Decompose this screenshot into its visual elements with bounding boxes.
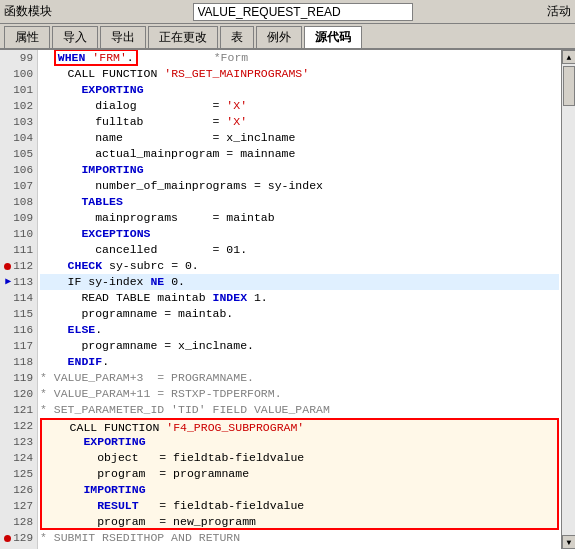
line-num-text: 102: [13, 98, 33, 114]
line-num-text: 122: [13, 418, 33, 434]
tab-changing[interactable]: 正在更改: [148, 26, 218, 48]
code-line-109: mainprograms = maintab: [40, 210, 559, 226]
code-line-120: * VALUE_PARAM+11 = RSTXP-TDPERFORM.: [40, 386, 559, 402]
line-num-text: 101: [13, 82, 33, 98]
code-line-125: program = programname: [40, 466, 559, 482]
line-number-105: 105: [0, 146, 37, 162]
line-number-129: 129: [0, 530, 37, 546]
line-number-121: 121: [0, 402, 37, 418]
line-number-112: 112: [0, 258, 37, 274]
line-number-124: 124: [0, 450, 37, 466]
breakpoint-dot: [4, 263, 11, 270]
code-line-99: WHEN 'FRM'. *Form: [40, 50, 559, 66]
scroll-up-btn[interactable]: ▲: [562, 50, 575, 64]
line-num-text: 125: [13, 466, 33, 482]
title-input[interactable]: [193, 3, 413, 21]
line-number-128: 128: [0, 514, 37, 530]
tab-export[interactable]: 导出: [100, 26, 146, 48]
line-num-text: 107: [13, 178, 33, 194]
code-line-105: actual_mainprogram = mainname: [40, 146, 559, 162]
line-num-text: 114: [13, 290, 33, 306]
tab-source[interactable]: 源代码: [304, 26, 362, 48]
line-num-text: 106: [13, 162, 33, 178]
code-line-113: IF sy-index NE 0.: [40, 274, 559, 290]
line-num-text: 127: [13, 498, 33, 514]
line-number-113: ▶113: [0, 274, 37, 290]
code-line-127: RESULT = fieldtab-fieldvalue: [40, 498, 559, 514]
line-number-106: 106: [0, 162, 37, 178]
code-line-110: EXCEPTIONS: [40, 226, 559, 242]
line-number-116: 116: [0, 322, 37, 338]
scroll-down-btn[interactable]: ▼: [562, 535, 575, 549]
code-line-107: number_of_mainprograms = sy-index: [40, 178, 559, 194]
code-line-117: programname = x_inclname.: [40, 338, 559, 354]
line-num-text: 104: [13, 130, 33, 146]
tab-exceptions[interactable]: 例外: [256, 26, 302, 48]
line-num-text: 99: [20, 50, 33, 66]
code-line-100: CALL FUNCTION 'RS_GET_MAINPROGRAMS': [40, 66, 559, 82]
code-line-111: cancelled = 01.: [40, 242, 559, 258]
tab-import[interactable]: 导入: [52, 26, 98, 48]
code-line-126: IMPORTING: [40, 482, 559, 498]
line-number-108: 108: [0, 194, 37, 210]
line-number-120: 120: [0, 386, 37, 402]
line-number-118: 118: [0, 354, 37, 370]
code-line-129: * SUBMIT RSEDITHOP AND RETURN: [40, 530, 559, 546]
code-line-106: IMPORTING: [40, 162, 559, 178]
code-line-128: program = new_programm: [40, 514, 559, 530]
line-num-text: 110: [13, 226, 33, 242]
code-area: 9910010110210310410510610710810911011111…: [0, 50, 575, 549]
line-numbers: 9910010110210310410510610710810911011111…: [0, 50, 38, 549]
line-number-104: 104: [0, 130, 37, 146]
execution-arrow: ▶: [5, 274, 11, 290]
top-bar: 函数模块 活动: [0, 0, 575, 24]
code-line-116: ELSE.: [40, 322, 559, 338]
line-num-text: 103: [13, 114, 33, 130]
line-number-126: 126: [0, 482, 37, 498]
code-line-112: CHECK sy-subrc = 0.: [40, 258, 559, 274]
code-line-122: CALL FUNCTION 'F4_PROG_SUBPROGRAM': [40, 418, 559, 434]
code-line-124: object = fieldtab-fieldvalue: [40, 450, 559, 466]
code-line-119: * VALUE_PARAM+3 = PROGRAMNAME.: [40, 370, 559, 386]
line-number-110: 110: [0, 226, 37, 242]
status-label: 活动: [531, 3, 571, 20]
line-number-109: 109: [0, 210, 37, 226]
window-container: 函数模块 活动 属性 导入 导出 正在更改 表 例外 源代码 991001011…: [0, 0, 575, 549]
tab-properties[interactable]: 属性: [4, 26, 50, 48]
line-num-text: 108: [13, 194, 33, 210]
breakpoint-dot: [4, 535, 11, 542]
line-number-119: 119: [0, 370, 37, 386]
scroll-track: [562, 64, 575, 535]
line-number-114: 114: [0, 290, 37, 306]
line-number-107: 107: [0, 178, 37, 194]
line-num-text: 115: [13, 306, 33, 322]
line-number-123: 123: [0, 434, 37, 450]
line-num-text: 119: [13, 370, 33, 386]
line-number-125: 125: [0, 466, 37, 482]
code-line-121: * SET_PARAMETER_ID 'TID' FIELD VALUE_PAR…: [40, 402, 559, 418]
code-content[interactable]: WHEN 'FRM'. *Form CALL FUNCTION 'RS_GET_…: [38, 50, 561, 549]
line-number-115: 115: [0, 306, 37, 322]
code-line-123: EXPORTING: [40, 434, 559, 450]
title-area: [74, 3, 531, 21]
line-num-text: 126: [13, 482, 33, 498]
scrollbar-vertical[interactable]: ▲ ▼: [561, 50, 575, 549]
tab-bar: 属性 导入 导出 正在更改 表 例外 源代码: [0, 24, 575, 50]
code-line-108: TABLES: [40, 194, 559, 210]
line-num-text: 111: [13, 242, 33, 258]
line-number-127: 127: [0, 498, 37, 514]
line-number-117: 117: [0, 338, 37, 354]
code-line-102: dialog = 'X': [40, 98, 559, 114]
line-num-text: 123: [13, 434, 33, 450]
line-num-text: 121: [13, 402, 33, 418]
line-num-text: 117: [13, 338, 33, 354]
module-label: 函数模块: [4, 3, 74, 20]
code-line-101: EXPORTING: [40, 82, 559, 98]
tab-tables[interactable]: 表: [220, 26, 254, 48]
code-line-103: fulltab = 'X': [40, 114, 559, 130]
line-number-99: 99: [0, 50, 37, 66]
line-num-text: 128: [13, 514, 33, 530]
scroll-thumb[interactable]: [563, 66, 575, 106]
line-number-102: 102: [0, 98, 37, 114]
line-number-100: 100: [0, 66, 37, 82]
